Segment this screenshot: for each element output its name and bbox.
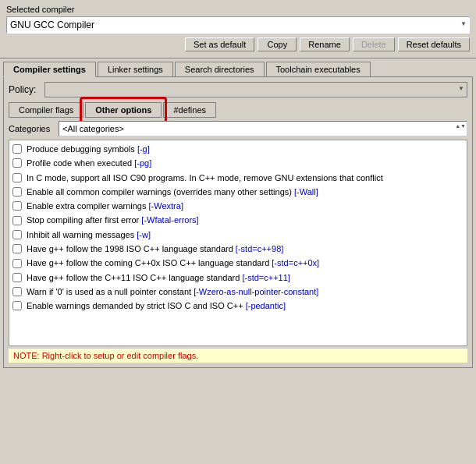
checkbox-label-8: Have g++ follow the 1998 ISO C++ languag…	[27, 243, 283, 254]
checkbox-3[interactable]	[12, 173, 22, 182]
checkbox-1[interactable]	[12, 144, 22, 154]
sub-tabs: Compiler flags Other options #defines	[9, 102, 467, 118]
tab-compiler-settings[interactable]: Compiler settings	[3, 62, 96, 77]
categories-select-wrapper: <All categories>	[59, 121, 467, 136]
delete-button[interactable]: Delete	[353, 37, 395, 51]
checkbox-label-3: In C mode, support all ISO C90 programs.…	[27, 172, 383, 183]
set-default-button[interactable]: Set as default	[185, 37, 254, 51]
policy-row: Policy:	[9, 82, 467, 97]
policy-label: Policy:	[9, 84, 40, 95]
list-item: Profile code when executed [-pg]	[9, 156, 467, 170]
tab-search-directories[interactable]: Search directories	[175, 62, 265, 76]
list-item: Stop compiling after first error [-Wfata…	[9, 213, 467, 227]
selected-compiler-label: Selected compiler	[6, 5, 470, 14]
tab-linker-settings[interactable]: Linker settings	[98, 62, 173, 76]
copy-button[interactable]: Copy	[258, 37, 297, 51]
list-item: Have g++ follow the C++11 ISO C++ langua…	[9, 271, 467, 285]
checkbox-7[interactable]	[12, 230, 22, 239]
list-item: Inhibit all warning messages [-w]	[9, 228, 467, 242]
checkbox-label-11: Warn if '0' is used as a null pointer co…	[27, 286, 318, 297]
tab-content: Policy: Compiler flags Other options #de…	[3, 76, 473, 368]
checkbox-6[interactable]	[12, 216, 22, 225]
checkbox-label-10: Have g++ follow the C++11 ISO C++ langua…	[27, 272, 290, 283]
main-tabs: Compiler settings Linker settings Search…	[0, 58, 476, 76]
categories-select[interactable]: <All categories>	[59, 121, 467, 136]
sub-tab-compiler-flags[interactable]: Compiler flags	[9, 102, 83, 118]
note-bar: NOTE: Right-click to setup or edit compi…	[9, 348, 467, 363]
categories-row: Categories <All categories>	[9, 121, 467, 136]
list-item: Warn if '0' is used as a null pointer co…	[9, 285, 467, 299]
checkbox-label-6: Stop compiling after first error [-Wfata…	[27, 214, 199, 225]
checkbox-label-5: Enable extra compiler warnings [-Wextra]	[27, 200, 183, 211]
list-item: Enable all common compiler warnings (ove…	[9, 185, 467, 199]
toolbar: Set as default Copy Rename Delete Reset …	[6, 37, 470, 51]
compiler-select[interactable]: GNU GCC Compiler	[6, 16, 470, 34]
checkbox-label-1: Produce debugging symbols [-g]	[27, 143, 150, 154]
checkbox-list: Produce debugging symbols [-g]Profile co…	[9, 140, 467, 346]
sub-tab-other-options[interactable]: Other options	[85, 102, 162, 118]
checkbox-5[interactable]	[12, 201, 22, 211]
checkbox-label-2: Profile code when executed [-pg]	[27, 158, 151, 168]
tabs-container: Compiler settings Linker settings Search…	[0, 58, 476, 368]
checkbox-9[interactable]	[12, 259, 22, 268]
checkbox-label-4: Enable all common compiler warnings (ove…	[27, 186, 318, 197]
sub-tab-defines[interactable]: #defines	[163, 102, 216, 118]
checkbox-10[interactable]	[12, 273, 22, 282]
checkbox-8[interactable]	[12, 244, 22, 253]
categories-label: Categories	[9, 124, 55, 133]
policy-select-wrapper	[44, 82, 467, 97]
checkbox-label-9: Have g++ follow the coming C++0x ISO C++…	[27, 257, 319, 268]
checkbox-12[interactable]	[12, 301, 22, 310]
policy-select[interactable]	[44, 82, 467, 97]
reset-defaults-button[interactable]: Reset defaults	[398, 37, 470, 51]
list-item: Have g++ follow the coming C++0x ISO C++…	[9, 256, 467, 270]
list-item: Produce debugging symbols [-g]	[9, 142, 467, 156]
rename-button[interactable]: Rename	[300, 37, 350, 51]
checkbox-2[interactable]	[12, 158, 22, 168]
list-item: Enable extra compiler warnings [-Wextra]	[9, 199, 467, 213]
checkbox-label-7: Inhibit all warning messages [-w]	[27, 229, 151, 240]
tab-toolchain-executables[interactable]: Toolchain executables	[266, 62, 371, 76]
list-item: Enable warnings demanded by strict ISO C…	[9, 299, 467, 313]
checkbox-4[interactable]	[12, 187, 22, 197]
compiler-select-wrapper: GNU GCC Compiler	[6, 16, 470, 34]
checkbox-11[interactable]	[12, 287, 22, 296]
checkbox-label-12: Enable warnings demanded by strict ISO C…	[27, 300, 286, 311]
list-item: Have g++ follow the 1998 ISO C++ languag…	[9, 242, 467, 256]
list-item: In C mode, support all ISO C90 programs.…	[9, 171, 467, 185]
